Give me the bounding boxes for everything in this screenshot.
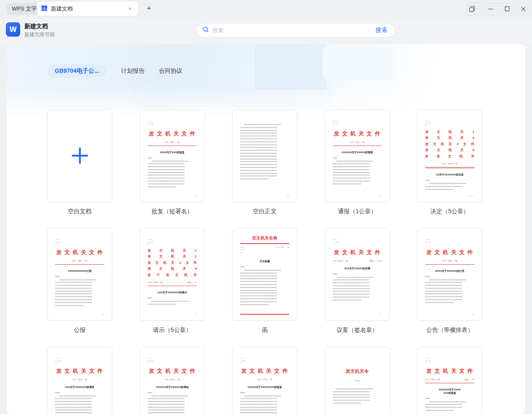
maximize-icon[interactable] bbox=[501, 3, 513, 14]
doc-body-line: ×××××××××××××××××××××××××××××× bbox=[148, 163, 197, 166]
doc-body-line: ×××××××××××××××××××××××××××××× bbox=[333, 394, 382, 397]
doc-body-line: ×××××××××××××××××××××××××××××× bbox=[333, 282, 382, 285]
doc-body-line: ×××××××××××××××××××××××××××××× bbox=[240, 167, 289, 170]
doc-body-line: ×××××××××××××××××××××××××××××× bbox=[240, 164, 289, 167]
minimize-icon[interactable] bbox=[484, 3, 496, 14]
doc-org-line: 发文机关2 bbox=[425, 135, 474, 141]
doc-salutation: ××××： bbox=[240, 266, 289, 268]
doc-meta-line: ×× bbox=[425, 362, 474, 364]
doc-body-line: ×××××××××××××××××××××××××××××× bbox=[55, 279, 104, 282]
template-cell: 发文机关令第×号××××××××××××××××××××××××××××××××… bbox=[325, 347, 390, 414]
search-icon bbox=[202, 26, 209, 34]
doc-red-title: 发 文 机 关 文 件 bbox=[425, 367, 474, 375]
doc-body-line: ×××××××××××××××××××××××××××××× bbox=[333, 276, 382, 279]
template-cell: ×××××××号××发文机关1发文机关2发文机关3文件发文机关4多发文机关××字… bbox=[417, 109, 482, 215]
category-tab-gb9704[interactable]: GB9704电子公... bbox=[47, 64, 107, 78]
template-card[interactable]: ×××××××号××发文机关1发文机关2发文机关3文件发文机关4多发文机关××字… bbox=[417, 109, 482, 202]
category-tab-contracts[interactable]: 合同协议 bbox=[159, 67, 183, 75]
template-card[interactable]: ×××××××号××发 文 机 关 文 件××字〔20××〕×号XXXX关于XX… bbox=[417, 228, 482, 321]
doc-salutation: ××××： bbox=[240, 392, 289, 394]
template-label: 空白正文 bbox=[232, 208, 297, 215]
template-card[interactable] bbox=[47, 109, 112, 202]
doc-body-line: ×××××××××××××××××××××××××××××× bbox=[240, 292, 289, 295]
doc-page-number: 1 bbox=[195, 313, 196, 316]
doc-number: ××字〔20××〕×号 bbox=[425, 163, 474, 165]
app-menu-button[interactable]: WPS 文字 bbox=[7, 3, 42, 15]
doc-preview: ×××××××号××发 文 机 关 文 件××字〔20××〕×号XXXXXX关于… bbox=[325, 110, 389, 202]
doc-meta-line: ××× bbox=[240, 251, 245, 254]
template-card[interactable]: ×××××××号××发文机关1发文机关2发文机关3文件发文机关4多个发文机关××… bbox=[140, 228, 205, 321]
doc-meta-lines: ×××××××号×× bbox=[148, 239, 197, 246]
template-card[interactable]: ×××××××号××发 文 机 关 文 件××字〔20××〕×号XXX关于XXX… bbox=[47, 347, 112, 414]
template-card[interactable]: 发文机关名称××××××××××××××××〔20××〕×号正文标题××××：×… bbox=[232, 228, 297, 321]
doc-red-rule bbox=[333, 146, 382, 146]
doc-meta-line: ×× bbox=[425, 125, 474, 127]
template-card[interactable]: ×××××××号××发 文 机 关 文 件××字〔20××〕×号XXXXXX关于… bbox=[140, 347, 205, 414]
doc-meta-lines: ×××××××××××× bbox=[240, 246, 245, 254]
template-label: 请示（5公章） bbox=[140, 326, 205, 334]
doc-preview bbox=[48, 110, 112, 202]
template-card[interactable]: ××××××××××××××××××××××××××××××××××××××××… bbox=[232, 109, 297, 202]
doc-red-title: 发 文 机 关 文 件 bbox=[55, 249, 104, 256]
doc-body-line: ×××××××××××××××××××××××××××××× bbox=[333, 293, 382, 296]
template-card[interactable]: ×××××××号××发 文 机 关 文 件××字〔20××〕×号XXXXXX关于… bbox=[325, 109, 390, 202]
doc-body-line: ×××××××××××××××××××××××××××××× bbox=[240, 141, 289, 144]
doc-body-line: ×××××××××××××××××××××××××××××× bbox=[148, 406, 197, 409]
doc-body-line: ×××××××××××××××××××××××××××××× bbox=[148, 166, 197, 169]
template-card[interactable]: ×××××××号××发 文 机 关 文 件××字〔20××〕×号签发人：×× ×… bbox=[325, 228, 390, 321]
template-label: 公报 bbox=[47, 326, 112, 334]
new-blank-area bbox=[48, 110, 112, 202]
doc-body-line: ×××××××××××××××××××××××××××××× bbox=[333, 166, 382, 169]
doc-meta-lines: ×××××××号×× bbox=[425, 239, 474, 246]
doc-heading: XXX关于XXXXXXX的请示 bbox=[148, 291, 197, 294]
doc-body-line: ×××××××××××××××××××××××××××××× bbox=[148, 180, 197, 183]
search-button[interactable]: 搜索 bbox=[376, 27, 389, 34]
doc-body-line: ×××××××××××××××××××××××××××××× bbox=[333, 296, 382, 299]
template-card[interactable]: ×××××××号××发 文 机 关 文 件××字〔20××〕×号XXXXX关于X… bbox=[232, 347, 297, 414]
doc-body-text: ××××××××××××××××××××××××××××××××××××××××… bbox=[240, 269, 289, 306]
doc-signer: 签发人：×× bbox=[187, 281, 197, 284]
template-card[interactable]: ×××××××号××发 文 机 关 文 件××字〔20××〕×号XXXXXXXX… bbox=[47, 228, 112, 321]
doc-number: 第×号 bbox=[333, 380, 382, 382]
template-card[interactable]: ×××××××号××发 文 机 关 文 件××字〔20××〕×号签发人：××XX… bbox=[417, 347, 482, 414]
decorative-gradient bbox=[7, 44, 525, 118]
doc-body-line: ×××××××××××××××××××××××××××××× bbox=[55, 290, 104, 293]
doc-body-line: ×××××××××××××××××××××××××××××× bbox=[240, 178, 269, 181]
doc-body-line: ×××××××××××××××××××××××××××××× bbox=[148, 300, 197, 303]
new-tab-button[interactable]: + bbox=[144, 4, 154, 14]
template-label: 议案（签名章） bbox=[325, 326, 390, 334]
doc-preview: ×××××××号××发 文 机 关 文 件××字〔20××〕×号XXXX关于XX… bbox=[140, 110, 204, 202]
doc-body-line: ×××××××××××××××××××××××××××××× bbox=[148, 160, 197, 163]
search-bar[interactable]: 搜索 bbox=[196, 23, 395, 37]
doc-meta-line: ×× bbox=[148, 243, 197, 246]
doc-body-line: ×××××××××××××××××××××××××××××× bbox=[240, 281, 289, 284]
doc-heading: XXXXXX关于XXXXXX的通知 bbox=[148, 385, 197, 389]
category-tab-plans[interactable]: 计划报告 bbox=[121, 67, 145, 75]
document-tab[interactable]: 新建文档 × bbox=[37, 2, 138, 16]
template-cell: ×××××××号××发 文 机 关 文 件××字〔20××〕×号签发人：×× ×… bbox=[325, 228, 390, 334]
doc-heading: XXXXXX关于XXXXX的通报 bbox=[333, 151, 382, 154]
doc-body-text: ××××××××××××××××××××××××××××××××××××××××… bbox=[425, 183, 474, 191]
doc-org-line: 发文机关4 bbox=[425, 147, 474, 153]
doc-body-line: ×××××××××××××××××××××××××××××× bbox=[148, 177, 197, 180]
doc-signer: 签发人：×× ×× bbox=[369, 260, 382, 262]
doc-body-line: ×××××××××××××××××××××××××××××× bbox=[148, 169, 197, 172]
doc-salutation: ××××： bbox=[148, 297, 197, 299]
doc-number: ××字〔20××〕×号 bbox=[333, 141, 382, 143]
doc-page-number: 1 bbox=[287, 195, 288, 197]
template-label: 函 bbox=[232, 326, 297, 334]
template-label: 批复（短署名） bbox=[140, 208, 205, 215]
search-input[interactable] bbox=[212, 27, 367, 34]
doc-meta-lines: ×××××××号×× bbox=[333, 239, 382, 246]
doc-caption-row: ××字〔20××〕×号签发人：×× bbox=[148, 281, 197, 284]
template-card[interactable]: 发文机关令第×号××××××××××××××××××××××××××××××××… bbox=[325, 347, 390, 414]
stack-windows-icon[interactable] bbox=[466, 3, 478, 14]
doc-body-line: ×××××××××××××××××××××××××××××× bbox=[240, 304, 269, 307]
template-card[interactable]: ×××××××号××发 文 机 关 文 件××字〔20××〕×号XXXX关于XX… bbox=[140, 109, 205, 202]
tab-close-icon[interactable]: × bbox=[126, 5, 134, 13]
doc-body-line: ×××××××××××××××××××××××××××××× bbox=[240, 398, 289, 401]
close-window-icon[interactable] bbox=[517, 3, 529, 14]
doc-body-line: ×××××××××××××××××××××××××××××× bbox=[240, 269, 289, 272]
doc-org-line: 发文机关4 bbox=[148, 265, 197, 272]
doc-body-line: ×××××××××××××××××××××××××××××× bbox=[55, 281, 104, 284]
